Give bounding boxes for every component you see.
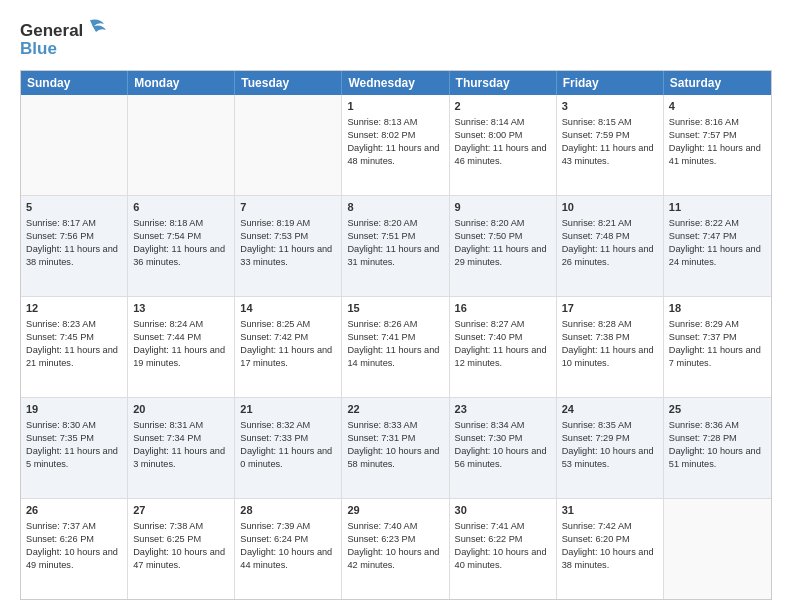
day-info: Sunrise: 7:38 AM [133, 520, 229, 533]
logo: General Blue [20, 16, 110, 62]
calendar-row-2: 5Sunrise: 8:17 AMSunset: 7:56 PMDaylight… [21, 195, 771, 296]
day-number: 24 [562, 402, 658, 417]
calendar-cell: 13Sunrise: 8:24 AMSunset: 7:44 PMDayligh… [128, 297, 235, 397]
day-info: Daylight: 10 hours and 58 minutes. [347, 445, 443, 471]
day-info: Sunset: 6:23 PM [347, 533, 443, 546]
calendar-cell: 31Sunrise: 7:42 AMSunset: 6:20 PMDayligh… [557, 499, 664, 599]
day-info: Sunset: 8:00 PM [455, 129, 551, 142]
day-number: 11 [669, 200, 766, 215]
day-info: Daylight: 10 hours and 42 minutes. [347, 546, 443, 572]
day-info: Sunset: 7:56 PM [26, 230, 122, 243]
day-info: Sunrise: 8:31 AM [133, 419, 229, 432]
day-info: Sunset: 7:38 PM [562, 331, 658, 344]
calendar-cell [235, 95, 342, 195]
day-number: 10 [562, 200, 658, 215]
calendar-header-row: SundayMondayTuesdayWednesdayThursdayFrid… [21, 71, 771, 95]
day-info: Daylight: 10 hours and 38 minutes. [562, 546, 658, 572]
day-number: 18 [669, 301, 766, 316]
day-number: 17 [562, 301, 658, 316]
day-info: Daylight: 11 hours and 41 minutes. [669, 142, 766, 168]
calendar-cell: 22Sunrise: 8:33 AMSunset: 7:31 PMDayligh… [342, 398, 449, 498]
day-info: Sunrise: 8:16 AM [669, 116, 766, 129]
logo-text: General Blue [20, 16, 110, 62]
day-info: Daylight: 11 hours and 48 minutes. [347, 142, 443, 168]
day-info: Sunrise: 8:33 AM [347, 419, 443, 432]
day-info: Daylight: 10 hours and 49 minutes. [26, 546, 122, 572]
page: General Blue SundayMondayTuesdayWednesda… [0, 0, 792, 612]
calendar-cell: 8Sunrise: 8:20 AMSunset: 7:51 PMDaylight… [342, 196, 449, 296]
header-cell-tuesday: Tuesday [235, 71, 342, 95]
day-number: 13 [133, 301, 229, 316]
day-info: Sunrise: 7:41 AM [455, 520, 551, 533]
day-number: 16 [455, 301, 551, 316]
calendar-cell: 10Sunrise: 8:21 AMSunset: 7:48 PMDayligh… [557, 196, 664, 296]
day-info: Daylight: 10 hours and 56 minutes. [455, 445, 551, 471]
svg-text:General: General [20, 21, 83, 40]
calendar: SundayMondayTuesdayWednesdayThursdayFrid… [20, 70, 772, 600]
calendar-cell [664, 499, 771, 599]
calendar-cell: 25Sunrise: 8:36 AMSunset: 7:28 PMDayligh… [664, 398, 771, 498]
day-number: 12 [26, 301, 122, 316]
day-number: 28 [240, 503, 336, 518]
calendar-cell: 2Sunrise: 8:14 AMSunset: 8:00 PMDaylight… [450, 95, 557, 195]
day-info: Sunset: 7:37 PM [669, 331, 766, 344]
day-number: 7 [240, 200, 336, 215]
calendar-cell: 12Sunrise: 8:23 AMSunset: 7:45 PMDayligh… [21, 297, 128, 397]
calendar-cell: 28Sunrise: 7:39 AMSunset: 6:24 PMDayligh… [235, 499, 342, 599]
day-info: Sunrise: 8:27 AM [455, 318, 551, 331]
calendar-cell: 18Sunrise: 8:29 AMSunset: 7:37 PMDayligh… [664, 297, 771, 397]
day-info: Sunset: 7:54 PM [133, 230, 229, 243]
day-info: Sunset: 7:42 PM [240, 331, 336, 344]
day-number: 21 [240, 402, 336, 417]
day-number: 4 [669, 99, 766, 114]
day-info: Sunrise: 8:17 AM [26, 217, 122, 230]
day-info: Sunset: 6:22 PM [455, 533, 551, 546]
day-info: Sunset: 7:51 PM [347, 230, 443, 243]
header-cell-sunday: Sunday [21, 71, 128, 95]
header-cell-saturday: Saturday [664, 71, 771, 95]
day-info: Daylight: 11 hours and 43 minutes. [562, 142, 658, 168]
day-info: Sunset: 7:53 PM [240, 230, 336, 243]
calendar-body: 1Sunrise: 8:13 AMSunset: 8:02 PMDaylight… [21, 95, 771, 599]
day-info: Sunrise: 8:26 AM [347, 318, 443, 331]
calendar-cell: 5Sunrise: 8:17 AMSunset: 7:56 PMDaylight… [21, 196, 128, 296]
day-info: Daylight: 11 hours and 17 minutes. [240, 344, 336, 370]
day-info: Sunrise: 8:15 AM [562, 116, 658, 129]
header-cell-friday: Friday [557, 71, 664, 95]
day-info: Sunrise: 8:19 AM [240, 217, 336, 230]
day-info: Sunrise: 8:20 AM [347, 217, 443, 230]
day-number: 1 [347, 99, 443, 114]
day-info: Daylight: 11 hours and 38 minutes. [26, 243, 122, 269]
day-info: Daylight: 11 hours and 10 minutes. [562, 344, 658, 370]
calendar-cell: 23Sunrise: 8:34 AMSunset: 7:30 PMDayligh… [450, 398, 557, 498]
day-info: Sunset: 7:31 PM [347, 432, 443, 445]
calendar-cell: 24Sunrise: 8:35 AMSunset: 7:29 PMDayligh… [557, 398, 664, 498]
day-info: Sunrise: 8:25 AM [240, 318, 336, 331]
day-info: Sunrise: 8:21 AM [562, 217, 658, 230]
calendar-cell: 16Sunrise: 8:27 AMSunset: 7:40 PMDayligh… [450, 297, 557, 397]
calendar-row-3: 12Sunrise: 8:23 AMSunset: 7:45 PMDayligh… [21, 296, 771, 397]
day-number: 14 [240, 301, 336, 316]
day-info: Daylight: 11 hours and 0 minutes. [240, 445, 336, 471]
day-info: Sunset: 7:48 PM [562, 230, 658, 243]
day-info: Daylight: 11 hours and 14 minutes. [347, 344, 443, 370]
day-info: Sunset: 7:35 PM [26, 432, 122, 445]
day-info: Sunset: 7:59 PM [562, 129, 658, 142]
calendar-cell: 30Sunrise: 7:41 AMSunset: 6:22 PMDayligh… [450, 499, 557, 599]
calendar-cell: 4Sunrise: 8:16 AMSunset: 7:57 PMDaylight… [664, 95, 771, 195]
day-info: Daylight: 10 hours and 44 minutes. [240, 546, 336, 572]
day-info: Sunrise: 8:34 AM [455, 419, 551, 432]
calendar-cell: 7Sunrise: 8:19 AMSunset: 7:53 PMDaylight… [235, 196, 342, 296]
day-number: 30 [455, 503, 551, 518]
calendar-cell: 27Sunrise: 7:38 AMSunset: 6:25 PMDayligh… [128, 499, 235, 599]
calendar-cell: 9Sunrise: 8:20 AMSunset: 7:50 PMDaylight… [450, 196, 557, 296]
day-info: Sunset: 6:26 PM [26, 533, 122, 546]
day-info: Sunset: 7:29 PM [562, 432, 658, 445]
day-info: Daylight: 10 hours and 40 minutes. [455, 546, 551, 572]
day-number: 9 [455, 200, 551, 215]
day-info: Sunset: 6:24 PM [240, 533, 336, 546]
calendar-cell: 14Sunrise: 8:25 AMSunset: 7:42 PMDayligh… [235, 297, 342, 397]
day-info: Sunset: 7:28 PM [669, 432, 766, 445]
day-info: Daylight: 11 hours and 3 minutes. [133, 445, 229, 471]
day-info: Sunrise: 8:23 AM [26, 318, 122, 331]
